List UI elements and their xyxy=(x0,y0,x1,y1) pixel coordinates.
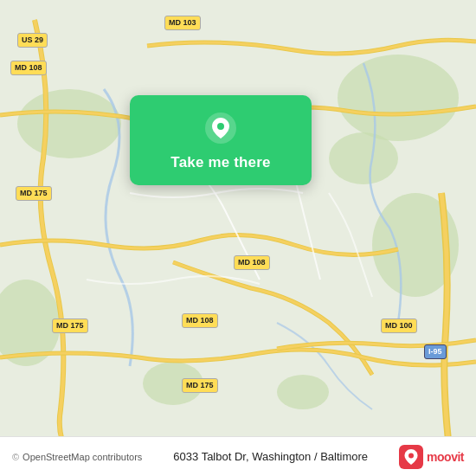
map-container: US 29 MD 103 MD 108 MD 108 MD 108 MD 175… xyxy=(0,0,476,476)
svg-point-11 xyxy=(408,453,414,458)
road-badge-md175-top: MD 175 xyxy=(16,186,52,201)
osm-credit-text: OpenStreetMap contributors xyxy=(23,452,142,462)
road-badge-md108-top: MD 108 xyxy=(10,61,47,75)
road-badge-md108-mid: MD 108 xyxy=(234,255,270,270)
road-badge-us29: US 29 xyxy=(17,33,48,48)
svg-point-1 xyxy=(17,89,121,158)
moovit-logo: moovit xyxy=(399,445,464,469)
road-badge-md100: MD 100 xyxy=(381,318,417,333)
road-badge-md103: MD 103 xyxy=(164,16,201,30)
road-badge-md108-lower: MD 108 xyxy=(182,313,218,328)
moovit-icon xyxy=(399,445,423,469)
location-card[interactable]: Take me there xyxy=(130,95,312,185)
svg-point-7 xyxy=(277,375,329,409)
svg-point-4 xyxy=(329,132,398,184)
location-pin-icon xyxy=(203,111,238,145)
osm-credit: © OpenStreetMap contributors xyxy=(12,452,142,462)
copyright-symbol: © xyxy=(12,452,19,462)
road-badge-md175-lower: MD 175 xyxy=(182,378,218,393)
svg-point-2 xyxy=(338,55,459,141)
moovit-text: moovit xyxy=(427,450,464,464)
map-svg xyxy=(0,0,476,476)
address-text: 6033 Talbot Dr, Washington / Baltimore xyxy=(142,450,399,463)
svg-point-9 xyxy=(217,123,224,130)
road-badge-i95: I-95 xyxy=(424,344,447,359)
take-me-there-button[interactable]: Take me there xyxy=(170,154,270,171)
road-badge-md175-mid: MD 175 xyxy=(52,318,88,333)
bottom-bar: © OpenStreetMap contributors 6033 Talbot… xyxy=(0,436,476,476)
